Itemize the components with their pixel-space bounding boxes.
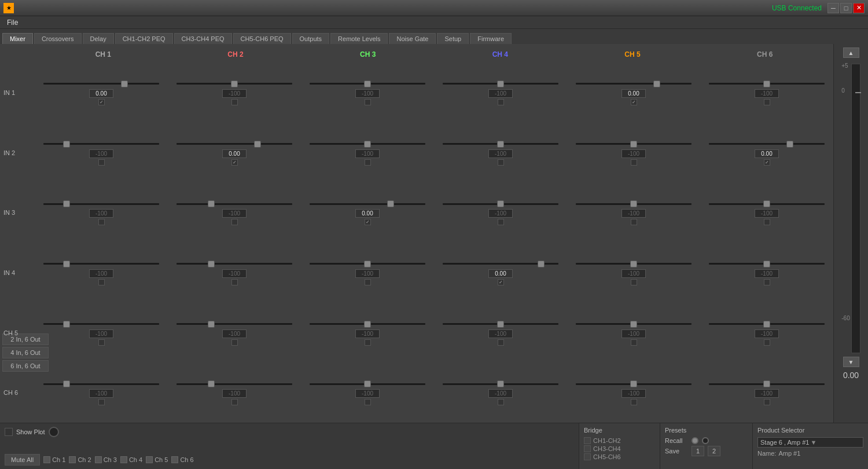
slider-3-5[interactable] [709, 260, 825, 268]
mixer-checkbox-3-5[interactable] [764, 279, 770, 285]
tab-ch3ch4peq[interactable]: CH3-CH4 PEQ [174, 33, 232, 44]
mixer-checkbox-4-4[interactable] [631, 339, 637, 346]
mixer-checkbox-5-2[interactable] [365, 399, 371, 405]
slider-thumb-1-3[interactable] [497, 141, 504, 148]
slider-0-1[interactable] [176, 80, 292, 88]
slider-2-4[interactable] [576, 200, 692, 208]
tab-firmware[interactable]: Firmware [470, 33, 512, 44]
slider-thumb-1-1[interactable] [254, 141, 261, 148]
slider-5-0[interactable] [43, 380, 159, 388]
fader-value-2-5[interactable]: -100 [755, 209, 779, 218]
mixer-checkbox-2-2[interactable]: ✓ [365, 219, 371, 225]
mixer-checkbox-4-0[interactable] [98, 339, 105, 346]
bridge-ch1ch2-checkbox[interactable] [584, 437, 591, 444]
fader-value-0-0[interactable]: 0.00 [89, 89, 113, 98]
fader-value-3-3[interactable]: 0.00 [488, 269, 513, 278]
fader-value-0-5[interactable]: -100 [755, 89, 779, 98]
slider-2-2[interactable] [310, 200, 425, 208]
mixer-checkbox-1-0[interactable] [98, 159, 105, 166]
maximize-button[interactable]: □ [840, 3, 852, 13]
show-plot-checkbox[interactable] [5, 428, 13, 436]
tab-ch5ch6peq[interactable]: CH5-CH6 PEQ [233, 33, 291, 44]
fader-value-0-1[interactable]: -100 [222, 89, 247, 98]
slider-thumb-0-1[interactable] [231, 80, 238, 87]
mixer-checkbox-4-3[interactable] [498, 339, 504, 346]
slider-thumb-4-0[interactable] [63, 321, 70, 328]
slider-thumb-2-3[interactable] [497, 200, 504, 207]
mixer-checkbox-1-3[interactable] [498, 159, 504, 166]
fader-value-0-2[interactable]: -100 [355, 89, 380, 98]
mixer-checkbox-4-1[interactable] [231, 339, 238, 346]
mixer-checkbox-3-3[interactable]: ✓ [498, 279, 504, 285]
fader-value-0-4[interactable]: 0.00 [621, 89, 646, 98]
mixer-checkbox-3-2[interactable] [365, 279, 371, 285]
mixer-checkbox-0-2[interactable] [365, 99, 371, 105]
slider-4-2[interactable] [310, 320, 425, 328]
mixer-checkbox-2-1[interactable] [231, 219, 238, 225]
fader-value-5-2[interactable]: -100 [355, 389, 380, 398]
slider-thumb-3-3[interactable] [538, 261, 545, 268]
tab-mixer[interactable]: Mixer [2, 33, 33, 44]
slider-thumb-5-4[interactable] [630, 380, 637, 387]
fader-value-5-3[interactable]: -100 [488, 389, 513, 398]
mixer-checkbox-2-4[interactable] [631, 219, 637, 225]
bridge-ch3ch4-checkbox[interactable] [584, 445, 591, 452]
mixer-checkbox-1-5[interactable]: ✓ [764, 159, 770, 166]
fader-value-3-4[interactable]: -100 [621, 269, 646, 278]
slider-5-1[interactable] [176, 380, 292, 388]
slider-5-2[interactable] [310, 380, 425, 388]
mute-all-button[interactable]: Mute All [5, 454, 40, 466]
fader-value-2-3[interactable]: -100 [488, 209, 513, 218]
menu-file[interactable]: File [2, 17, 23, 28]
mixer-checkbox-4-2[interactable] [365, 339, 371, 346]
mixer-checkbox-0-0[interactable]: ✓ [98, 99, 105, 105]
slider-thumb-1-4[interactable] [630, 141, 637, 148]
level-up-button[interactable]: ▲ [843, 47, 859, 58]
fader-value-0-3[interactable]: -100 [488, 89, 513, 98]
slider-5-4[interactable] [576, 380, 692, 388]
slider-1-5[interactable] [709, 140, 825, 148]
slider-thumb-3-2[interactable] [364, 261, 371, 268]
fader-value-5-4[interactable]: -100 [621, 389, 646, 398]
mixer-checkbox-0-1[interactable] [231, 99, 238, 105]
mixer-checkbox-2-5[interactable] [764, 219, 770, 225]
mixer-checkbox-5-0[interactable] [98, 399, 105, 405]
slider-0-3[interactable] [443, 80, 558, 88]
tab-delay[interactable]: Delay [83, 33, 114, 44]
slider-thumb-4-2[interactable] [364, 321, 371, 328]
mixer-checkbox-2-0[interactable] [98, 219, 105, 225]
close-button[interactable]: ✕ [853, 3, 865, 13]
slider-thumb-2-4[interactable] [630, 200, 637, 207]
slider-thumb-4-4[interactable] [630, 321, 637, 328]
slider-thumb-0-5[interactable] [763, 80, 770, 87]
slider-0-4[interactable] [576, 80, 692, 88]
slider-1-1[interactable] [176, 140, 292, 148]
slider-thumb-5-0[interactable] [63, 380, 70, 387]
slider-thumb-1-2[interactable] [364, 141, 371, 148]
save-preset-2[interactable]: 2 [708, 446, 720, 456]
tab-noise-gate[interactable]: Noise Gate [389, 33, 436, 44]
slider-thumb-5-1[interactable] [208, 380, 215, 387]
slider-5-5[interactable] [709, 380, 825, 388]
slider-thumb-2-1[interactable] [208, 200, 215, 207]
slider-3-1[interactable] [176, 260, 292, 268]
fader-value-1-3[interactable]: -100 [488, 149, 513, 158]
mixer-checkbox-3-4[interactable] [631, 279, 637, 285]
slider-3-4[interactable] [576, 260, 692, 268]
fader-value-2-4[interactable]: -100 [621, 209, 646, 218]
minimize-button[interactable]: ─ [827, 3, 839, 13]
slider-thumb-4-1[interactable] [208, 321, 215, 328]
slider-0-2[interactable] [310, 80, 425, 88]
fader-value-5-0[interactable]: -100 [89, 389, 113, 398]
slider-thumb-0-0[interactable] [121, 80, 128, 87]
fader-value-1-5[interactable]: 0.00 [755, 149, 779, 158]
slider-thumb-1-0[interactable] [63, 141, 70, 148]
fader-value-3-2[interactable]: -100 [355, 269, 380, 278]
fader-value-2-0[interactable]: -100 [89, 209, 113, 218]
slider-2-1[interactable] [176, 200, 292, 208]
fader-value-4-3[interactable]: -100 [488, 329, 513, 338]
fader-value-1-0[interactable]: -100 [89, 149, 113, 158]
recall-circle-1[interactable] [692, 437, 698, 444]
recall-circle-2[interactable] [702, 437, 709, 444]
fader-value-4-0[interactable]: -100 [89, 329, 113, 338]
